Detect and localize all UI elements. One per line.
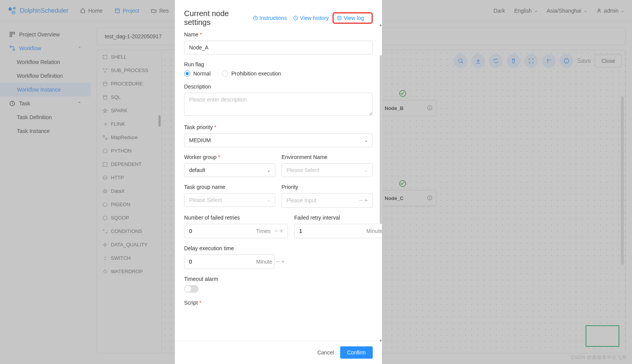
watermark: CSDN @勇敢羊羊在飞奔 bbox=[571, 354, 627, 361]
taskgroup-label: Task group name bbox=[184, 184, 275, 190]
tg-priority-input[interactable]: Please Input−+ bbox=[281, 193, 373, 208]
runflag-normal-radio[interactable]: Normal bbox=[184, 71, 211, 77]
plus-icon[interactable]: + bbox=[280, 228, 283, 234]
runflag-label: Run flag bbox=[184, 61, 373, 67]
chevron-down-icon: ⌄ bbox=[267, 198, 270, 203]
env-label: Environment Name bbox=[281, 154, 373, 160]
tg-priority-label: Priority bbox=[281, 184, 373, 190]
worker-select[interactable]: default⌄ bbox=[184, 163, 275, 177]
retries-input[interactable]: Times−+ bbox=[184, 224, 288, 238]
minus-icon[interactable]: − bbox=[359, 197, 362, 204]
worker-label: Worker group * bbox=[184, 154, 275, 160]
confirm-button[interactable]: Confirm bbox=[340, 346, 373, 359]
drawer-title: Current node settings bbox=[184, 9, 247, 27]
minus-icon[interactable]: − bbox=[276, 258, 280, 265]
scrollbar[interactable] bbox=[380, 55, 382, 224]
runflag-prohibit-radio[interactable]: Prohibition execution bbox=[222, 71, 281, 77]
delay-label: Delay execution time bbox=[184, 245, 275, 251]
view-log-link[interactable]: View log bbox=[337, 15, 364, 21]
taskgroup-select[interactable]: Please Select⌄ bbox=[184, 193, 275, 207]
plus-icon[interactable]: + bbox=[364, 197, 368, 204]
env-select[interactable]: Please Select⌄ bbox=[281, 163, 373, 177]
desc-label: Description bbox=[184, 84, 373, 90]
scroll-up-icon[interactable]: ▲ bbox=[379, 23, 382, 27]
name-input[interactable] bbox=[184, 41, 373, 54]
interval-label: Failed retry interval bbox=[294, 215, 382, 221]
desc-input[interactable] bbox=[184, 93, 373, 116]
script-label: Script * bbox=[184, 300, 373, 306]
instructions-link[interactable]: Instructions bbox=[253, 15, 287, 21]
priority-select[interactable]: MEDIUM⌄ bbox=[184, 133, 373, 147]
interval-input[interactable]: Minute−+ bbox=[294, 224, 382, 238]
chevron-down-icon: ⌄ bbox=[364, 138, 368, 143]
scroll-down-icon[interactable]: ▼ bbox=[379, 339, 382, 343]
plus-icon[interactable]: + bbox=[281, 258, 285, 265]
chevron-down-icon: ⌄ bbox=[267, 168, 270, 173]
timeout-label: Timeout alarm bbox=[184, 276, 373, 282]
chevron-down-icon: ⌄ bbox=[364, 168, 368, 173]
priority-label: Task priority * bbox=[184, 124, 373, 130]
timeout-toggle[interactable] bbox=[184, 285, 199, 293]
minus-icon[interactable]: − bbox=[275, 228, 278, 234]
cancel-button[interactable]: Cancel bbox=[317, 349, 334, 356]
view-history-link[interactable]: View history bbox=[293, 15, 329, 21]
node-settings-drawer: Current node settings Instructions View … bbox=[175, 0, 382, 364]
svg-point-33 bbox=[253, 16, 257, 20]
name-label: Name * bbox=[184, 31, 373, 38]
delay-input[interactable]: Minute−+ bbox=[184, 254, 275, 269]
retries-label: Number of failed retries bbox=[184, 215, 288, 221]
